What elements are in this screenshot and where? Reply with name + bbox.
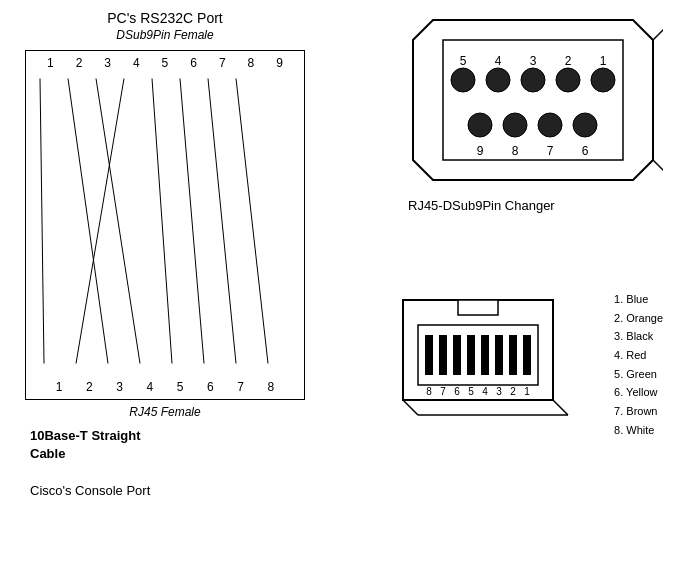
- svg-line-7: [236, 79, 268, 364]
- pin-top-3: 3: [104, 56, 111, 70]
- color-1: 1. Blue: [614, 290, 663, 309]
- color-3: 3. Black: [614, 327, 663, 346]
- svg-line-0: [40, 79, 44, 364]
- left-section: PC's RS232C Port DSub9Pin Female 1 2 3 4…: [10, 10, 320, 440]
- wiring-diagram: [26, 76, 306, 376]
- pin-top-1: 1: [47, 56, 54, 70]
- color-4: 4. Red: [614, 346, 663, 365]
- svg-text:5: 5: [460, 54, 467, 68]
- color-list: 1. Blue 2. Orange 3. Black 4. Red 5. Gre…: [614, 290, 663, 440]
- console-label: Cisco's Console Port: [30, 483, 320, 498]
- svg-rect-40: [509, 335, 517, 375]
- svg-point-10: [451, 68, 475, 92]
- pin-top-2: 2: [76, 56, 83, 70]
- color-6: 6. Yellow: [614, 383, 663, 402]
- svg-text:1: 1: [524, 386, 530, 397]
- svg-point-11: [486, 68, 510, 92]
- pin-numbers-bottom: 1 2 3 4 5 6 7 8: [26, 380, 304, 394]
- svg-point-14: [591, 68, 615, 92]
- svg-text:3: 3: [530, 54, 537, 68]
- svg-text:3: 3: [496, 386, 502, 397]
- color-8: 8. White: [614, 421, 663, 440]
- svg-text:8: 8: [512, 144, 519, 158]
- svg-text:4: 4: [482, 386, 488, 397]
- svg-rect-33: [458, 300, 498, 315]
- svg-line-28: [653, 25, 663, 40]
- pin-top-7: 7: [219, 56, 226, 70]
- pin-bot-7: 7: [237, 380, 244, 394]
- svg-text:2: 2: [510, 386, 516, 397]
- svg-rect-39: [495, 335, 503, 375]
- svg-line-2: [96, 79, 140, 364]
- svg-text:7: 7: [440, 386, 446, 397]
- svg-line-51: [553, 400, 568, 415]
- dsub-connector-svg: 5 4 3 2 1 9 8 7 6: [403, 10, 663, 190]
- svg-line-4: [152, 79, 172, 364]
- pin-bot-5: 5: [177, 380, 184, 394]
- svg-point-17: [538, 113, 562, 137]
- svg-text:4: 4: [495, 54, 502, 68]
- pin-bot-2: 2: [86, 380, 93, 394]
- rj45-diagram: 8 7 6 5 4 3 2 1 1. Blue 2. Orange 3. Bla…: [383, 280, 663, 530]
- svg-text:8: 8: [426, 386, 432, 397]
- changer-label: RJ45-DSub9Pin Changer: [403, 198, 663, 213]
- svg-text:7: 7: [547, 144, 554, 158]
- svg-text:1: 1: [600, 54, 607, 68]
- dsub-label: DSub9Pin Female: [10, 28, 320, 42]
- svg-line-6: [208, 79, 236, 364]
- svg-point-13: [556, 68, 580, 92]
- pin-numbers-top: 1 2 3 4 5 6 7 8 9: [26, 51, 304, 70]
- pin-bot-8: 8: [268, 380, 275, 394]
- svg-rect-35: [439, 335, 447, 375]
- pin-bot-4: 4: [147, 380, 154, 394]
- pin-top-4: 4: [133, 56, 140, 70]
- svg-line-50: [403, 400, 418, 415]
- pc-title: PC's RS232C Port: [10, 10, 320, 26]
- rj45-connector-svg: 8 7 6 5 4 3 2 1: [383, 280, 603, 440]
- svg-rect-34: [425, 335, 433, 375]
- pin-bot-3: 3: [116, 380, 123, 394]
- svg-text:6: 6: [582, 144, 589, 158]
- svg-rect-38: [481, 335, 489, 375]
- svg-text:6: 6: [454, 386, 460, 397]
- svg-rect-32: [418, 325, 538, 385]
- svg-point-15: [468, 113, 492, 137]
- svg-rect-36: [453, 335, 461, 375]
- wiring-box: 1 2 3 4 5 6 7 8 9: [25, 50, 305, 400]
- svg-point-12: [521, 68, 545, 92]
- pin-bot-1: 1: [56, 380, 63, 394]
- svg-line-1: [68, 79, 108, 364]
- pin-top-6: 6: [190, 56, 197, 70]
- pin-top-9: 9: [276, 56, 283, 70]
- svg-line-3: [76, 79, 124, 364]
- svg-line-5: [180, 79, 204, 364]
- dsub-diagram: 5 4 3 2 1 9 8 7 6 RJ45-DSub9Pin Changer: [403, 10, 663, 230]
- svg-text:9: 9: [477, 144, 484, 158]
- cable-label: 10Base-T Straight Cable: [30, 427, 320, 463]
- color-2: 2. Orange: [614, 309, 663, 328]
- pin-bot-6: 6: [207, 380, 214, 394]
- svg-rect-37: [467, 335, 475, 375]
- rj45-female-label: RJ45 Female: [10, 405, 320, 419]
- svg-rect-41: [523, 335, 531, 375]
- bottom-labels: 10Base-T Straight Cable Cisco's Console …: [10, 427, 320, 498]
- color-7: 7. Brown: [614, 402, 663, 421]
- svg-point-18: [573, 113, 597, 137]
- svg-text:2: 2: [565, 54, 572, 68]
- svg-point-16: [503, 113, 527, 137]
- svg-line-29: [653, 160, 663, 175]
- pin-top-5: 5: [162, 56, 169, 70]
- main-container: PC's RS232C Port DSub9Pin Female 1 2 3 4…: [0, 0, 673, 563]
- svg-text:5: 5: [468, 386, 474, 397]
- color-5: 5. Green: [614, 365, 663, 384]
- pin-top-8: 8: [248, 56, 255, 70]
